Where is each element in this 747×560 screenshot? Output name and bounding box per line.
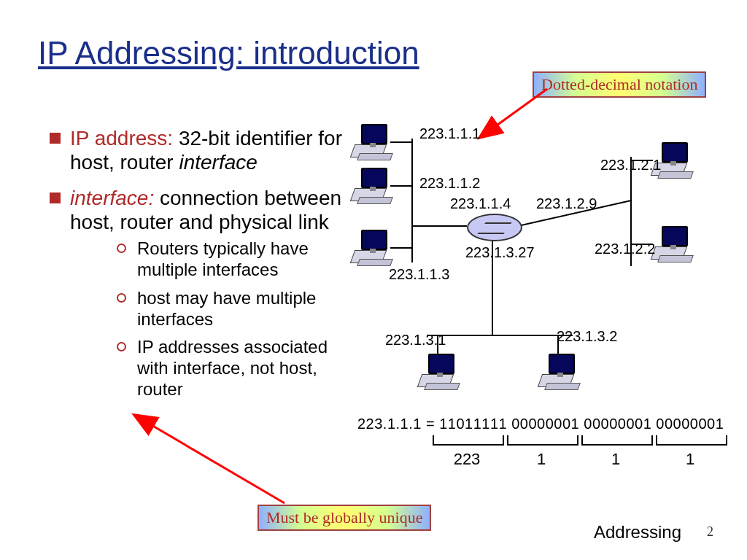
octet-brackets: 223 1 1 1 [357, 435, 729, 479]
router-icon [467, 214, 522, 241]
bracket-octet-2 [507, 435, 578, 446]
host-icon [653, 226, 691, 261]
host-icon [352, 168, 390, 203]
ip-label: 223.1.3.1 [385, 332, 446, 349]
bracket-octet-4 [656, 435, 727, 446]
sub-ip-interface: IP addresses associated with interface, … [117, 337, 356, 400]
octet-value-1: 223 [433, 450, 501, 469]
bullet-ip-address: IP address: 32-bit identifier for host, … [50, 126, 356, 174]
binary-line: 223.1.1.1 = 11011111 00000001 00000001 0… [357, 416, 729, 432]
ip-label: 223.1.3.27 [465, 244, 535, 261]
octet-value-2: 1 [507, 450, 576, 469]
ip-label: 223.1.1.2 [419, 175, 480, 192]
slide-title: IP Addressing: introduction [38, 35, 419, 71]
host-icon [352, 124, 390, 159]
ip-label: 223.1.2.2 [595, 241, 655, 257]
footer-section: Addressing [594, 522, 681, 542]
host-icon [419, 354, 457, 389]
ip-label: 223.1.2.9 [536, 195, 597, 212]
ip-label: 223.1.1.4 [450, 195, 511, 212]
octet-value-4: 1 [656, 450, 724, 469]
sub-host-multiple: host may have multiple interfaces [117, 288, 356, 330]
ip-label: 223.1.1.1 [419, 125, 480, 142]
sub-routers-multiple: Routers typically have multiple interfac… [117, 238, 356, 281]
term-ip-address: IP address: [70, 127, 173, 149]
sub-bullets: Routers typically have multiple interfac… [70, 238, 356, 400]
octet-value-3: 1 [581, 450, 650, 469]
page-number: 2 [707, 524, 713, 540]
term-interface: interface: [70, 187, 154, 209]
host-icon [352, 230, 390, 265]
bracket-octet-1 [433, 435, 504, 446]
ip-label: 223.1.2.1 [600, 157, 661, 174]
text-interface-ital: interface [179, 151, 257, 174]
bullet-column: IP address: 32-bit identifier for host, … [50, 126, 356, 412]
ip-label: 223.1.3.2 [557, 328, 617, 345]
host-icon [540, 354, 578, 389]
callout-globally-unique: Must be globally unique [258, 505, 431, 531]
callout-dotted-decimal: Dotted-decimal notation [533, 71, 706, 98]
bullet-interface: interface: connection between host, rout… [50, 186, 356, 400]
binary-breakdown: 223.1.1.1 = 11011111 00000001 00000001 0… [357, 416, 729, 479]
bracket-octet-3 [581, 435, 653, 446]
svg-line-1 [150, 424, 285, 503]
ip-label: 223.1.1.3 [389, 266, 449, 283]
network-diagram: 223.1.1.1 223.1.1.2 223.1.1.3 223.1.1.4 … [347, 117, 740, 405]
